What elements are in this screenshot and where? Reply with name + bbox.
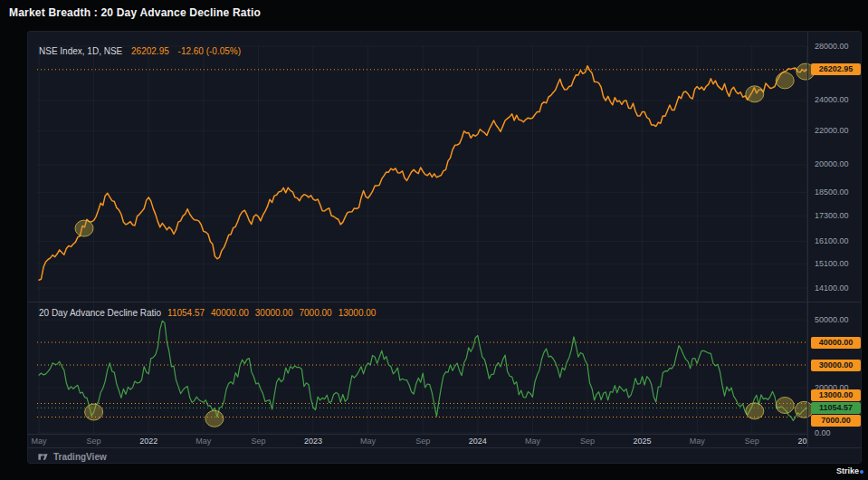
symbol-last-price: 26202.95 [131, 46, 169, 56]
price-axis-label: 50000.00 [808, 314, 862, 326]
price-axis[interactable]: 28000.0026202.9524000.0022000.0020000.00… [807, 32, 862, 447]
indicator-value: 11054.57 [167, 308, 205, 318]
price-axis-label: 15100.00 [808, 258, 862, 270]
time-axis-label: Sep [251, 437, 265, 446]
price-axis-label: 22000.00 [808, 125, 862, 137]
time-axis-label: Sep [745, 437, 759, 446]
time-axis-label: May [360, 437, 376, 446]
price-axis-label: 20000.00 [808, 158, 862, 170]
price-axis-label: 24000.00 [808, 94, 862, 106]
tradingview-attribution[interactable]: TradingView [28, 447, 862, 464]
tradingview-label: TradingView [53, 452, 107, 462]
price-axis-badge: 30000.00 [811, 360, 861, 371]
indicator-name[interactable]: 20 Day Advance Decline Ratio [39, 308, 161, 318]
main-series-legend[interactable]: NSE Index, 1D, NSE 26202.95 -12.60 (-0.0… [39, 46, 241, 56]
time-axis-label: May [196, 437, 211, 446]
symbol-name[interactable]: NSE Index, 1D, NSE [39, 46, 122, 56]
time-axis-label: 2023 [304, 437, 322, 446]
chart-canvas[interactable] [28, 32, 862, 464]
time-axis-label: 2026 [797, 437, 807, 446]
price-axis-label: 14100.00 [808, 283, 862, 294]
strike-watermark: Strike [836, 466, 863, 475]
price-axis-badge: 13000.00 [811, 389, 861, 401]
tradingview-logo-icon [37, 451, 49, 463]
time-axis[interactable]: MaySep2022MaySep2023MaySep2024MaySep2025… [28, 434, 807, 447]
time-axis-label: May [31, 437, 46, 446]
price-axis-label: 16100.00 [808, 235, 862, 247]
price-axis-badge: 40000.00 [811, 337, 861, 349]
chart-card: NSE Index, 1D, NSE 26202.95 -12.60 (-0.0… [27, 31, 862, 464]
page-title: Market Breadth : 20 Day Advance Decline … [9, 6, 261, 19]
indicator-legend[interactable]: 20 Day Advance Decline Ratio11054.574000… [39, 308, 376, 318]
price-axis-badge: 11054.57 [811, 402, 861, 414]
time-axis-label: 2024 [469, 437, 487, 446]
time-axis-label: May [525, 437, 540, 446]
price-axis-label: 28000.00 [808, 41, 862, 53]
price-axis-label: 17300.00 [808, 210, 862, 222]
strike-dot-icon [860, 470, 863, 474]
indicator-value: 13000.00 [339, 308, 377, 318]
time-axis-label: Sep [415, 437, 430, 446]
indicator-values: 11054.5740000.0030000.007000.0013000.00 [161, 308, 376, 318]
highlight-circle-annotation [776, 72, 794, 89]
highlight-circle-annotation [85, 404, 103, 420]
indicator-value: 30000.00 [255, 308, 293, 318]
highlight-circle-annotation [205, 410, 224, 427]
strike-label: Strike [836, 466, 859, 475]
price-axis-badge: 26202.95 [811, 63, 861, 75]
price-axis-label: 18500.00 [808, 187, 862, 198]
time-axis-label: Sep [580, 437, 595, 446]
time-axis-label: Sep [87, 437, 101, 446]
highlight-circle-annotation [746, 403, 764, 419]
price-axis-badge: 7000.00 [811, 415, 861, 427]
indicator-value: 7000.00 [299, 308, 331, 318]
time-axis-label: 2022 [139, 437, 157, 446]
indicator-value: 40000.00 [211, 308, 249, 318]
highlight-circle-annotation [776, 398, 794, 414]
highlight-circle-annotation [75, 220, 93, 236]
highlight-circle-annotation [746, 86, 764, 102]
time-axis-label: May [690, 437, 705, 446]
price-axis-label: 0.00 [808, 427, 862, 439]
symbol-change: -12.60 (-0.05%) [178, 46, 241, 56]
time-axis-label: 2025 [634, 437, 652, 446]
